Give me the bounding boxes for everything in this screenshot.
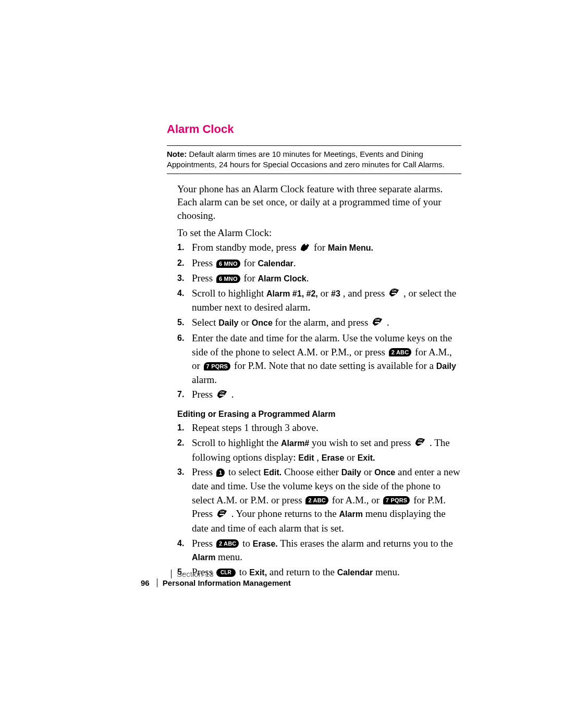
key-7-icon: 7 PQRS: [383, 496, 410, 504]
key-6-icon: 6 MNO: [216, 275, 240, 283]
note-block: Note: Default alarm times are 10 minutes…: [167, 145, 461, 174]
note-label: Note:: [167, 150, 187, 158]
ok-key-icon: [216, 388, 228, 402]
step-number: 2.: [177, 256, 192, 270]
key-6-icon: 6 MNO: [216, 260, 240, 268]
key-7-icon: 7 PQRS: [204, 362, 231, 371]
step-3: 3. Press 6 MNO for Alarm Clock.: [177, 272, 461, 286]
chapter-title: Personal Information Management: [157, 578, 291, 587]
step-1: 1. From standby mode, press for Main Men…: [177, 241, 461, 255]
edit-step-4: 4. Press 2 ABC to Erase. This erases the…: [177, 537, 461, 564]
step-number: 4.: [177, 287, 192, 315]
edit-step-1: 1. Repeat steps 1 through 3 above.: [177, 421, 461, 435]
key-2-icon: 2 ABC: [305, 496, 328, 504]
ok-key-icon: [216, 508, 228, 522]
intro-paragraph: Your phone has an Alarm Clock feature wi…: [167, 182, 461, 223]
manual-page: Alarm Clock Note: Default alarm times ar…: [0, 0, 563, 728]
step-number: 2.: [177, 436, 192, 465]
step-number: 3.: [177, 465, 192, 535]
section-label: Section 13: [171, 570, 214, 578]
menu-key-icon: [300, 241, 310, 255]
key-1-icon: 1: [216, 468, 225, 477]
edit-step-3: 3. Press 1 to select Edit. Choose either…: [177, 465, 461, 535]
note-text: Default alarm times are 10 minutes for M…: [167, 150, 445, 169]
page-footer: Section 13 96 Personal Information Manag…: [141, 570, 291, 587]
step-2: 2. Press 6 MNO for Calendar.: [177, 256, 461, 270]
step-number: 1.: [177, 421, 192, 435]
lead-sentence: To set the Alarm Clock:: [167, 227, 461, 239]
key-2-icon: 2 ABC: [216, 539, 239, 548]
step-number: 6.: [177, 331, 192, 387]
step-7: 7. Press .: [177, 388, 461, 402]
step-4: 4. Scroll to highlight Alarm #1, #2, or …: [177, 287, 461, 315]
subheading: Editing or Erasing a Programmed Alarm: [177, 410, 461, 419]
step-number: 3.: [177, 272, 192, 286]
ok-key-icon: [414, 436, 426, 450]
edit-erase-steps: 1. Repeat steps 1 through 3 above. 2. Sc…: [167, 421, 461, 579]
edit-step-2: 2. Scroll to highlight the Alarm# you wi…: [177, 436, 461, 465]
step-6: 6. Enter the date and time for the alarm…: [177, 331, 461, 387]
step-number: 1.: [177, 241, 192, 255]
key-2-icon: 2 ABC: [389, 348, 412, 356]
setup-steps: 1. From standby mode, press for Main Men…: [167, 241, 461, 402]
step-number: 7.: [177, 388, 192, 402]
ok-key-icon: [372, 316, 383, 330]
step-5: 5. Select Daily or Once for the alarm, a…: [177, 316, 461, 330]
ok-key-icon: [388, 287, 400, 301]
alarm-clock-label: Alarm Clock: [258, 274, 306, 283]
step-number: 5.: [177, 316, 192, 330]
step-number: 4.: [177, 537, 192, 564]
main-menu-label: Main Menu.: [328, 243, 373, 252]
calendar-label: Calendar: [258, 259, 293, 268]
page-number: 96: [141, 578, 150, 587]
section-heading: Alarm Clock: [167, 122, 461, 136]
